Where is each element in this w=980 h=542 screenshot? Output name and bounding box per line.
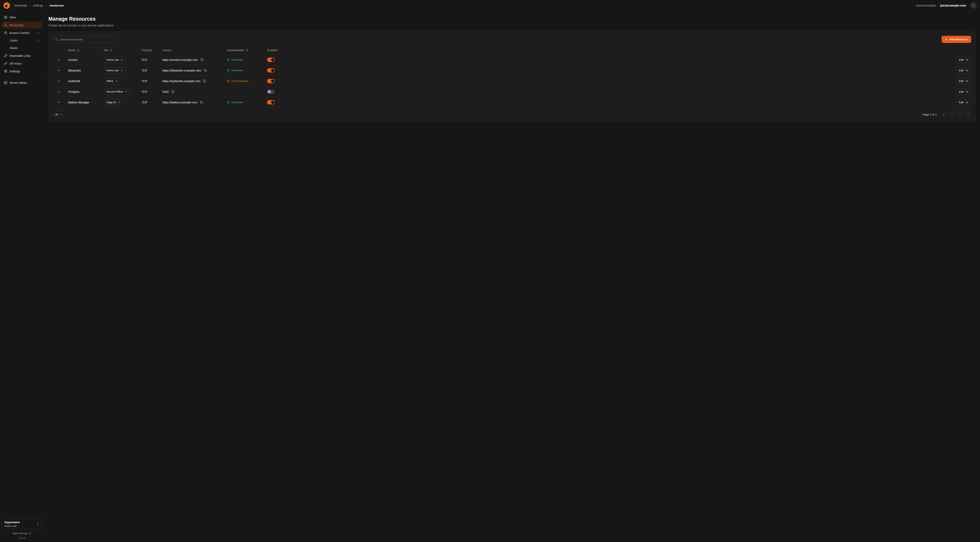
page-title: Manage Resources (48, 16, 975, 22)
copy-icon (204, 69, 207, 72)
auth-label: Not Protected (231, 80, 248, 83)
row-menu-button[interactable] (56, 68, 62, 73)
site-link[interactable]: Edge 01 (103, 99, 123, 105)
breadcrumb-org[interactable]: home-lab (14, 4, 27, 7)
enabled-toggle[interactable] (267, 57, 275, 62)
edit-button-label: Edit (959, 80, 964, 83)
organization-selector[interactable]: Organization Home Lab (2, 519, 42, 529)
page-size-select[interactable]: 20 (53, 111, 65, 118)
arrow-right-icon (965, 69, 968, 72)
auth-badge: Protected (227, 69, 243, 72)
sidebar-item-shareable-links[interactable]: Shareable Links (2, 52, 42, 59)
pagination: 20 Page 1 of 1 (53, 111, 971, 118)
column-header-label: Access (162, 49, 172, 52)
table-row: Authentik Office TCP https://authentik.e… (53, 76, 971, 86)
ellipsis-icon (57, 90, 60, 93)
chevrons-left-icon (942, 113, 945, 116)
sidebar-item-users[interactable]: Users (2, 37, 42, 44)
sidebar-footer: Organization Home Lab Open Source v1.3.0 (2, 516, 42, 540)
site-link[interactable]: Home Lab (103, 57, 126, 63)
site-link[interactable]: Home Lab (103, 67, 126, 73)
auth-badge: Not Protected (227, 80, 248, 83)
chevron-down-icon (37, 31, 40, 34)
resource-protocol: TCP (142, 69, 162, 72)
copy-access-button[interactable] (171, 90, 175, 94)
avatar[interactable]: J (970, 2, 977, 9)
chevron-left-icon (950, 113, 953, 116)
edit-button[interactable]: Edit (956, 78, 971, 84)
copy-access-button[interactable] (203, 79, 207, 83)
edit-button[interactable]: Edit (956, 99, 971, 105)
chevrons-right-icon (967, 113, 970, 116)
arrow-up-right-icon (120, 59, 123, 61)
previous-page-button[interactable] (948, 112, 955, 118)
auth-badge: Protected (227, 101, 243, 104)
add-resource-label: Add Resource (949, 38, 968, 41)
documentation-link[interactable]: Documentation (916, 4, 936, 7)
row-menu-button[interactable] (56, 57, 62, 62)
enabled-toggle[interactable] (267, 100, 275, 104)
resource-name: Bitwarden (68, 69, 103, 72)
sidebar-item-resources[interactable]: Resources (2, 22, 42, 29)
column-header-site[interactable]: Site (103, 49, 142, 52)
edit-button[interactable]: Edit (956, 89, 971, 95)
sidebar-item-sites[interactable]: Sites (2, 14, 42, 21)
first-page-button[interactable] (940, 112, 947, 118)
site-name: Home Lab (107, 69, 119, 72)
column-header-authentication[interactable]: Authentication (227, 49, 267, 52)
edit-button[interactable]: Edit (956, 67, 971, 73)
enabled-toggle[interactable] (267, 89, 275, 94)
enabled-toggle[interactable] (267, 79, 275, 83)
table-row: Postgres Second Office TCP 5432 - (53, 86, 971, 97)
sidebar-item-server-admin[interactable]: Server Admin (2, 79, 42, 86)
auth-badge: Protected (227, 58, 243, 61)
row-menu-button[interactable] (56, 100, 62, 105)
row-menu-button[interactable] (56, 78, 62, 84)
site-name: Home Lab (107, 58, 119, 61)
resource-access: https://authentik.example.com (162, 80, 200, 83)
row-menu-button[interactable] (56, 89, 62, 94)
sidebar-item-settings[interactable]: Settings (2, 68, 42, 75)
ellipsis-icon (57, 100, 60, 104)
edit-button[interactable]: Edit (956, 57, 971, 63)
arrow-right-icon (965, 80, 968, 83)
column-header-name[interactable]: Name (68, 49, 103, 52)
copy-access-button[interactable] (200, 58, 204, 62)
chevron-right-icon (45, 4, 48, 7)
column-header-protocol: Protocol (142, 49, 162, 52)
sort-icon (110, 49, 112, 51)
site-link[interactable]: Office (103, 78, 120, 84)
enabled-toggle[interactable] (267, 68, 275, 73)
copy-access-button[interactable] (204, 69, 207, 72)
settings-icon (4, 70, 7, 73)
user-email[interactable]: joe@example.com (940, 4, 966, 7)
sidebar-nav: SitesResourcesAccess ControlUsersRolesSh… (2, 14, 42, 516)
sidebar-item-api-keys[interactable]: API Keys (2, 60, 42, 67)
app-logo[interactable] (3, 2, 10, 9)
breadcrumb-settings[interactable]: settings (33, 4, 43, 7)
chevron-right-icon (959, 113, 961, 116)
sidebar-item-label: Roles (10, 46, 18, 49)
ellipsis-icon (57, 79, 60, 83)
copy-access-button[interactable] (200, 100, 204, 104)
sidebar-item-access-control[interactable]: Access Control (2, 29, 42, 36)
pagination-controls: Page 1 of 1 (923, 112, 971, 118)
table-row: Bitwarden Home Lab TCP https://bitwarden… (53, 65, 971, 76)
open-source-link[interactable]: Open Source (2, 532, 42, 535)
app: home-lab settings resources Documentatio… (0, 0, 980, 542)
last-page-button[interactable] (965, 112, 971, 118)
next-page-button[interactable] (957, 112, 963, 118)
main-content: Manage Resources Create secure proxies t… (44, 11, 980, 542)
edit-button-label: Edit (959, 58, 964, 61)
auth-label: Protected (231, 69, 243, 72)
resource-access: https://immich.example.com (162, 58, 198, 62)
link-icon (4, 54, 7, 57)
topbar: home-lab settings resources Documentatio… (0, 0, 980, 11)
organization-label: Organization (4, 521, 20, 524)
open-source-label: Open Source (13, 532, 27, 535)
site-link[interactable]: Second Office (103, 89, 130, 95)
add-resource-button[interactable]: Add Resource (942, 36, 971, 43)
search-input[interactable] (60, 38, 118, 41)
sidebar-item-roles[interactable]: Roles (2, 45, 42, 51)
column-header-access: Access (162, 49, 227, 52)
